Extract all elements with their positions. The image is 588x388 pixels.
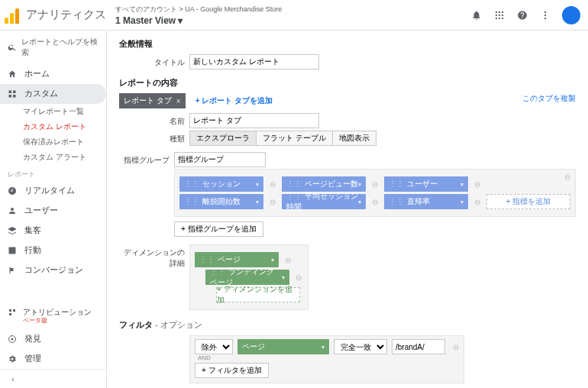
svg-point-9 <box>544 11 546 12</box>
type-option-flat-table[interactable]: フラット テーブル <box>257 131 333 146</box>
sidebar-sub-custom-reports[interactable]: カスタム レポート <box>0 121 106 132</box>
attribution-icon <box>8 308 17 317</box>
clock-icon <box>8 186 18 196</box>
apps-grid-icon[interactable] <box>493 9 506 21</box>
report-tab-chip[interactable]: レポート タブ × <box>119 93 186 108</box>
duplicate-tab-link[interactable]: このタブを複製 <box>522 93 576 104</box>
remove-metric-icon[interactable]: ⊖ <box>473 198 482 206</box>
beta-badge: ベータ版 <box>23 317 92 325</box>
remove-dimension-icon[interactable]: ⊖ <box>283 256 292 264</box>
svg-rect-12 <box>9 91 12 94</box>
sidebar-sub-my-reports[interactable]: マイレポート一覧 <box>0 106 106 117</box>
help-icon[interactable] <box>516 9 528 21</box>
svg-point-0 <box>496 11 497 12</box>
section-general: 全般情報 <box>119 38 576 50</box>
flag-icon <box>8 266 18 275</box>
filter-match-select[interactable]: 完全一致 <box>334 339 387 354</box>
add-report-tab-link[interactable]: + レポート タブを追加 <box>195 96 273 105</box>
sidebar-item-discover[interactable]: 発見 <box>0 329 106 349</box>
sidebar-item-admin[interactable]: 管理 <box>0 349 106 369</box>
dimension-pill[interactable]: ⋮⋮ページ▾ <box>195 252 279 267</box>
filter-box: 除外 ページ▾ 完全一致 ⊖ AND + フィルタを追加 <box>189 335 464 383</box>
section-content: レポートの内容 <box>119 77 576 89</box>
input-metric-group-name[interactable] <box>174 152 266 167</box>
sidebar-item-attribution[interactable]: アトリビューション ベータ版 <box>0 303 106 329</box>
input-tab-name[interactable] <box>189 113 319 128</box>
remove-dimension-icon[interactable]: ⊖ <box>294 273 303 282</box>
remove-group-icon[interactable]: ⊖ <box>564 173 570 181</box>
avatar[interactable] <box>562 6 580 24</box>
svg-point-4 <box>499 14 500 15</box>
type-option-map[interactable]: 地図表示 <box>333 131 376 146</box>
sidebar-item-realtime[interactable]: リアルタイム <box>0 181 106 201</box>
remove-metric-icon[interactable]: ⊖ <box>473 180 482 189</box>
label-dimension: ディメンションの詳細 <box>119 244 189 269</box>
label-type: 種類 <box>119 131 189 144</box>
svg-point-11 <box>544 17 546 18</box>
gear-icon <box>8 354 18 364</box>
remove-metric-icon[interactable]: ⊖ <box>268 180 277 189</box>
search-placeholder: レポートとヘルプを検索 <box>21 37 99 58</box>
kebab-icon[interactable] <box>539 9 551 21</box>
sidebar-item-home[interactable]: ホーム <box>0 64 106 84</box>
sidebar-item-acquisition[interactable]: 集客 <box>0 221 106 241</box>
svg-point-3 <box>496 14 497 15</box>
metric-pill[interactable]: ⋮⋮離脱開始数▾ <box>179 194 263 209</box>
svg-rect-14 <box>9 95 12 98</box>
sidebar-search[interactable]: レポートとヘルプを検索 <box>0 31 106 64</box>
add-dimension-button[interactable]: + ディメンションを追加 <box>216 287 300 302</box>
filter-include-select[interactable]: 除外 <box>195 339 233 354</box>
svg-point-18 <box>11 338 14 341</box>
metric-pill[interactable]: ⋮⋮ユーザー▾ <box>384 176 468 192</box>
remove-metric-icon[interactable]: ⊖ <box>370 198 380 206</box>
label-name: 名前 <box>119 113 189 127</box>
sidebar-sub-saved-reports[interactable]: 保存済みレポート <box>0 137 106 147</box>
input-title[interactable] <box>189 54 319 70</box>
acquisition-icon <box>8 226 18 235</box>
add-filter-button[interactable]: + フィルタを追加 <box>195 363 269 378</box>
chevron-left-icon: ‹ <box>8 374 18 383</box>
search-icon <box>8 43 17 52</box>
label-metric-group: 指標グループ <box>119 152 174 166</box>
metric-pill[interactable]: ⋮⋮平均セッション時間▾ <box>282 194 366 209</box>
add-metric-group-button[interactable]: + 指標グループを追加 <box>174 221 263 237</box>
sidebar-item-behavior[interactable]: 行動 <box>0 241 106 260</box>
remove-filter-icon[interactable]: ⊖ <box>453 343 459 351</box>
type-toggle: エクスプローラ フラット テーブル 地図表示 <box>189 131 376 146</box>
filter-dimension-pill[interactable]: ページ▾ <box>237 339 329 354</box>
sidebar-item-custom[interactable]: カスタム <box>0 84 106 104</box>
sidebar-collapse[interactable]: ‹ <box>0 369 106 388</box>
add-metric-button[interactable]: + 指標を追加 <box>486 194 570 209</box>
metric-pill[interactable]: ⋮⋮セッション▾ <box>179 176 263 192</box>
sidebar-sub-custom-alerts[interactable]: カスタム アラート <box>0 152 106 163</box>
notifications-icon[interactable] <box>470 9 483 21</box>
home-icon <box>8 70 18 79</box>
metric-pill[interactable]: ⋮⋮ページビュー数▾ <box>282 176 366 192</box>
view-picker[interactable]: 1 Master View ▾ <box>115 15 282 26</box>
close-icon[interactable]: × <box>176 97 181 105</box>
user-icon <box>8 206 18 215</box>
sidebar-item-audience[interactable]: ユーザー <box>0 201 106 221</box>
remove-metric-icon[interactable]: ⊖ <box>370 180 380 189</box>
remove-metric-icon[interactable]: ⊖ <box>268 198 277 206</box>
svg-point-10 <box>544 14 546 15</box>
discover-icon <box>8 335 18 344</box>
metric-pill[interactable]: ⋮⋮直帰率▾ <box>384 194 468 209</box>
dimension-pill[interactable]: ⋮⋮ランディング ページ▾ <box>205 270 289 285</box>
svg-point-1 <box>499 11 500 12</box>
svg-point-2 <box>502 11 503 12</box>
sidebar-item-conversions[interactable]: コンバージョン <box>0 260 106 280</box>
filter-value-input[interactable] <box>392 339 445 354</box>
custom-icon <box>8 89 18 99</box>
type-option-explorer[interactable]: エクスプローラ <box>189 131 257 146</box>
sidebar-reports-header: レポート <box>0 165 106 181</box>
account-breadcrumb[interactable]: すべてのアカウント > UA - Google Merchandise Stor… <box>115 5 282 26</box>
ga-logo-icon <box>5 7 21 24</box>
breadcrumb-text: すべてのアカウント > UA - Google Merchandise Stor… <box>115 5 282 15</box>
svg-rect-15 <box>13 95 16 98</box>
main-content: 全般情報 タイトル レポートの内容 このタブを複製 レポート タブ × + レポ… <box>107 31 588 388</box>
svg-point-7 <box>499 17 500 18</box>
svg-rect-13 <box>13 91 16 94</box>
svg-point-6 <box>496 17 497 18</box>
svg-point-8 <box>502 17 503 18</box>
